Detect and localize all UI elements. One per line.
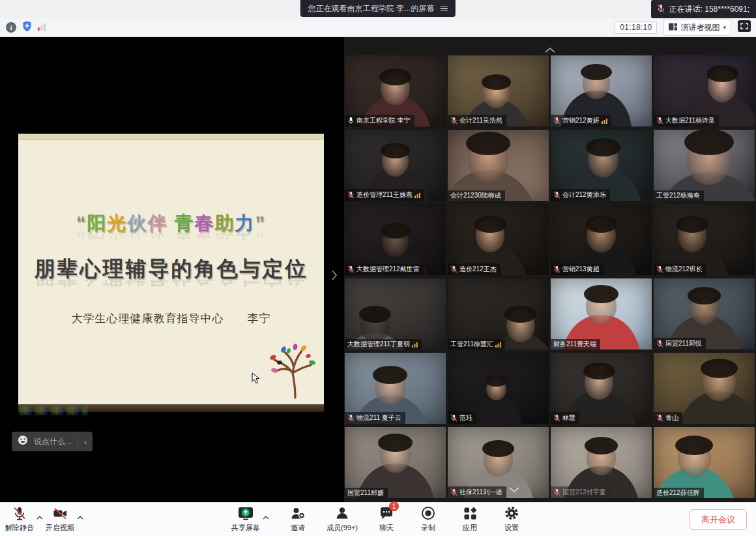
participant-name: 范珏: [459, 415, 472, 421]
participant-tile[interactable]: 财务211曹天端: [551, 278, 652, 350]
person-hair: [485, 375, 507, 387]
participant-name-label: 营销212黄妍: [551, 115, 611, 127]
network-signal-icon[interactable]: [38, 22, 46, 33]
participant-tile[interactable]: 国贸211郭悦: [654, 278, 755, 350]
mic-options-caret[interactable]: [36, 511, 43, 522]
participant-name-label: 会计212黄添乐: [551, 189, 610, 201]
mic-muted-icon: [656, 265, 663, 273]
banner-menu-icon[interactable]: [441, 6, 448, 12]
participant-name: 社保211刘一诺: [459, 489, 502, 496]
participant-name-label: 国贸211郭悦: [654, 338, 706, 350]
participant-name: 会计21230陆柳成: [450, 192, 501, 199]
participant-tile[interactable]: 工管212杨瀚奇: [654, 130, 755, 201]
participant-name: 营销212黄妍: [562, 117, 600, 124]
chat-button[interactable]: 1 聊天: [373, 505, 400, 533]
participant-name: 南京工程学院 李宁: [356, 117, 411, 124]
participant-name-label: 造价212王杰: [448, 263, 501, 275]
person-hair: [466, 132, 511, 155]
participant-tile[interactable]: 大数据管理212戴世雷: [345, 204, 446, 275]
record-label: 录制: [421, 523, 435, 533]
slide-title-reflection: “阳光伙伴 青春助力”: [18, 233, 324, 243]
participant-tile[interactable]: 物流211 夏子云: [345, 353, 446, 424]
scroll-down-chevron[interactable]: [509, 483, 519, 495]
participant-tile[interactable]: 社保211刘一诺: [448, 427, 549, 498]
participant-name-label: 会计21230陆柳成: [448, 190, 505, 201]
meeting-info-icon[interactable]: i: [6, 22, 16, 33]
participant-name-label: 社保211刘一诺: [448, 486, 506, 498]
person-hair: [379, 68, 412, 85]
meeting-main-area: “阳光伙伴 青春助力” “阳光伙伴 青春助力” 朋辈心理辅导的角色与定位 朋辈心…: [0, 37, 756, 502]
divider: [78, 436, 78, 447]
participant-name-label: 工管212杨瀚奇: [654, 190, 704, 201]
participant-name-label: 青山: [654, 412, 682, 424]
participant-tile[interactable]: 会计211吴浩然: [448, 55, 549, 127]
participant-name: 林慧: [562, 415, 575, 421]
invite-button[interactable]: 邀请: [285, 505, 311, 533]
participant-tile[interactable]: 物流212班长: [654, 204, 755, 275]
participant-tile[interactable]: 造价212薛佳辉: [654, 427, 755, 498]
participant-name-label: 物流211 夏子云: [345, 412, 405, 424]
participant-tile[interactable]: 国贸211郑媛: [345, 427, 446, 498]
participant-tile[interactable]: 会计212黄添乐: [551, 130, 652, 201]
participant-tile[interactable]: 造价管理211王姝燕: [345, 130, 446, 201]
emoji-icon[interactable]: [18, 435, 28, 448]
apps-grid-icon: [463, 505, 477, 521]
start-video-label: 开启视频: [46, 523, 74, 533]
panel-collapse-chevron[interactable]: [331, 269, 338, 284]
quick-chat-input[interactable]: 说点什么... ‹: [12, 432, 93, 451]
signal-bars-icon: [414, 192, 420, 198]
mic-muted-icon: [347, 191, 355, 199]
unmute-button[interactable]: 解除静音: [5, 505, 34, 533]
slide-top-band: [18, 134, 324, 140]
layout-grid-icon: [669, 23, 677, 33]
watching-banner[interactable]: 您正在观看南京工程学院 李...的屏幕: [300, 0, 456, 17]
participant-tile[interactable]: 营销213黄超: [551, 204, 652, 275]
meeting-timer: 01:18:10: [615, 21, 657, 34]
share-screen-button[interactable]: 共享屏幕: [231, 505, 260, 533]
mic-muted-icon: [656, 414, 663, 422]
start-video-button[interactable]: 开启视频: [46, 505, 74, 533]
fullscreen-button[interactable]: [738, 20, 751, 35]
person-hair: [675, 436, 712, 455]
chevron-down-icon: ▾: [723, 24, 726, 31]
apps-button[interactable]: 应用: [457, 505, 483, 533]
participant-name: 造价212薛佳辉: [656, 490, 700, 496]
members-label: 成员(99+): [327, 523, 358, 533]
record-button[interactable]: 录制: [415, 505, 441, 533]
participant-tile[interactable]: 会计21230陆柳成: [448, 130, 549, 201]
view-mode-button[interactable]: 演讲者视图 ▾: [663, 20, 731, 36]
chat-input-placeholder: 说点什么...: [34, 436, 72, 447]
participant-tile[interactable]: 大数据211杨诗意: [654, 55, 755, 127]
leave-meeting-button[interactable]: 离开会议: [690, 509, 747, 530]
person-hair: [373, 366, 407, 384]
participant-name: 会计211吴浩然: [459, 117, 502, 124]
speaking-indicator-text: 正在讲话: 158****6091;: [669, 4, 749, 15]
participant-tile[interactable]: 林慧: [551, 353, 652, 424]
settings-button[interactable]: 设置: [499, 505, 525, 533]
security-shield-icon[interactable]: [22, 21, 32, 35]
person-hair: [585, 216, 618, 233]
participant-tile[interactable]: 工管211徐慧汇: [448, 278, 549, 350]
video-options-caret[interactable]: [77, 511, 83, 522]
signal-bars-icon: [412, 342, 418, 348]
participant-name: 工管212杨瀚奇: [656, 192, 700, 199]
speaking-indicator: 正在讲话: 158****6091;: [651, 0, 756, 18]
participant-tile[interactable]: 南京工程学院 李宁: [345, 55, 446, 127]
participant-name: 造价管理211王姝燕: [356, 192, 413, 198]
participant-tile[interactable]: 大数据管理211丁夏明: [345, 278, 446, 350]
participant-name-label: 大数据管理211丁夏明: [345, 339, 422, 350]
chevron-left-icon[interactable]: ‹: [84, 437, 87, 447]
participant-tile[interactable]: 青山: [654, 353, 755, 424]
participant-tile[interactable]: 营销212黄妍: [551, 55, 652, 127]
members-button[interactable]: 成员(99+): [327, 505, 358, 533]
scroll-up-chevron[interactable]: [545, 44, 555, 55]
participant-grid: 南京工程学院 李宁会计211吴浩然营销212黄妍大数据211杨诗意造价管理211…: [345, 55, 755, 498]
meeting-toolbar: 解除静音 开启视频 共享屏幕: [0, 502, 756, 536]
participant-tile[interactable]: 国贸212付宇童: [551, 427, 652, 498]
share-options-caret[interactable]: [263, 511, 269, 522]
participant-tile[interactable]: 造价212王杰: [448, 204, 549, 275]
participant-name: 会计212黄添乐: [562, 192, 606, 198]
mouse-cursor: [252, 372, 260, 387]
participant-tile[interactable]: 范珏: [448, 353, 549, 424]
mic-muted-icon: [12, 505, 27, 521]
